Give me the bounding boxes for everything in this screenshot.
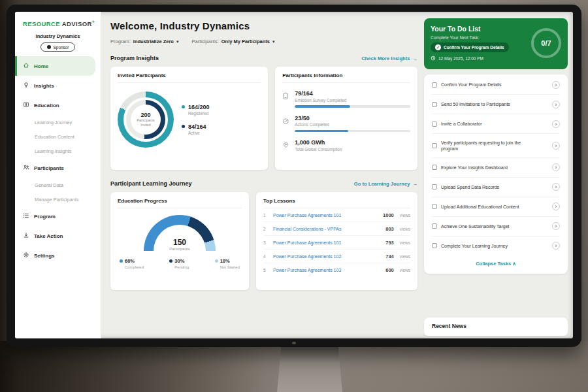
lesson-title-link[interactable]: Power Purchase Agreements 102 [273,254,381,259]
info-label: Emission Survey Completed [295,98,410,103]
chevron-right-icon[interactable]: › [552,242,560,250]
due-date-text: 12 May 2025, 12:00 PM [438,56,483,61]
sidebar-item-settings[interactable]: Settings [15,246,101,265]
chevron-right-icon[interactable]: › [552,183,560,191]
sidebar-item-label: Learning Insights [35,148,71,154]
gauge-legend: 60% Completed 30% Pending 10% Not Starte… [118,258,242,269]
program-filter[interactable]: Program: Industrialize Zero ▾ [110,39,178,44]
main-content: Welcome, Industry Dynamics Program: Indu… [110,12,417,338]
lesson-rank: 1 [263,213,269,218]
list-icon [23,212,29,220]
lesson-row[interactable]: 3 Power Purchase Agreements 101 793 view… [263,236,410,250]
section-title: Participant Learning Journey [110,180,192,187]
chevron-right-icon[interactable]: › [552,203,560,210]
lesson-row[interactable]: 1 Power Purchase Agreements 101 1000 vie… [263,208,410,222]
sidebar-item-manage-participants[interactable]: Manage Participants [15,192,101,206]
invited-participants-card: Invited Participants 200 Participants In… [110,67,268,170]
lesson-row[interactable]: 2 Financial Considerations - VPPAs 803 v… [263,222,410,236]
chevron-right-icon[interactable]: › [552,222,560,230]
sidebar-item-label: Program [34,214,56,220]
info-row-actions: 23/50 Actions Completed [282,115,410,133]
collapse-tasks-button[interactable]: Collapse Tasks ∧ [432,255,560,272]
info-value: 1,000 GWh [295,139,410,146]
task-checkbox[interactable] [432,204,437,209]
task-checkbox[interactable] [432,223,437,229]
sponsor-label: Sponsor [54,45,69,50]
lesson-title-link[interactable]: Power Purchase Agreements 101 [273,240,381,245]
sidebar-item-program[interactable]: Program [15,206,101,226]
chevron-right-icon[interactable]: › [552,142,560,150]
task-checkbox[interactable] [432,243,437,248]
sidebar-item-learning-journey[interactable]: Learning Journey [15,115,101,129]
app-logo: RESOURCE ADVISOR+ [15,12,101,27]
sidebar-item-general-data[interactable]: General Data [15,178,101,192]
arrow-right-icon: → [412,181,417,187]
task-checkbox[interactable] [432,82,437,88]
lesson-views-word: views [400,268,410,272]
lesson-row[interactable]: 5 Power Purchase Agreements 103 600 view… [263,263,410,276]
progress-bar [295,130,410,133]
gauge-center-value: 150 [144,238,216,247]
legend-value: 10% [220,258,230,264]
sidebar-item-label: General Data [35,182,63,188]
chevron-right-icon[interactable]: › [552,120,560,128]
check-more-insights-link[interactable]: Check More Insights → [361,56,417,61]
task-row[interactable]: Invite a Collaborator › [432,114,560,134]
card-title: Participants Information [282,73,410,83]
legend-value: 60% [125,258,135,264]
legend-dot-active [182,125,185,128]
next-task-chip[interactable]: ✓ Confirm Your Program Details [431,42,509,52]
monitor-bezel: RESOURCE ADVISOR+ Industry Dynamics Spon… [7,5,581,347]
lesson-views-word: views [400,254,410,259]
task-row[interactable]: Confirm Your Program Details › [432,75,560,95]
program-insights-header: Program Insights Check More Insights → [110,55,417,61]
gear-icon [23,252,29,259]
lesson-row[interactable]: 4 Power Purchase Agreements 102 734 view… [263,250,410,263]
task-checkbox[interactable] [432,184,437,189]
task-checkbox[interactable] [432,122,437,127]
task-row[interactable]: Achieve One Sustainability Target › [432,217,560,237]
task-row[interactable]: Verify participants requesting to join t… [432,134,560,158]
participants-filter-value: Only My Participants [221,39,270,44]
task-label: Explore Your Insights Dashboard [441,165,531,171]
task-row[interactable]: Upload Spend Data Records › [432,178,560,197]
task-checkbox[interactable] [432,102,437,107]
task-checkbox[interactable] [432,165,437,170]
sidebar-item-participants[interactable]: Participants [15,158,101,178]
lesson-rank: 2 [263,227,269,231]
sidebar-item-insights[interactable]: Insights [15,76,101,95]
legend-dot-not-started [215,259,218,263]
todo-title: Your To Do List [431,25,527,33]
lesson-title-link[interactable]: Power Purchase Agreements 101 [273,213,378,218]
lesson-title-link[interactable]: Financial Considerations - VPPAs [273,227,381,231]
sidebar-item-home[interactable]: Home [15,56,95,76]
sidebar-item-take-action[interactable]: Take Action [15,226,101,246]
legend-dot-completed [120,259,123,263]
task-row[interactable]: Complete Your Learning Journey › [432,237,560,255]
task-label: Verify participants requesting to join t… [441,140,531,152]
education-progress-card: Education Progress 150 Participants [110,192,249,290]
info-label: Total Global Consumption [295,147,410,152]
legend-label: Not Started [220,265,240,269]
chevron-right-icon[interactable]: › [552,163,560,171]
link-label: Go to Learning Journey [354,181,410,187]
go-to-learning-journey-link[interactable]: Go to Learning Journey → [354,181,417,187]
task-row[interactable]: Send 50 Invitations to Participants › [432,95,560,114]
sidebar-item-education[interactable]: Education [15,95,101,115]
lesson-title-link[interactable]: Power Purchase Agreements 103 [273,268,381,272]
sidebar-item-education-content[interactable]: Education Content [15,129,101,144]
participants-information-card: Participants Information 79/164 Emission… [275,67,417,170]
screen: RESOURCE ADVISOR+ Industry Dynamics Spon… [15,12,573,338]
info-value: 23/50 [295,115,410,122]
task-checkbox[interactable] [432,143,437,148]
legend-item-pending: 30% Pending [169,258,189,269]
info-value: 79/164 [295,90,410,97]
sidebar-item-learning-insights[interactable]: Learning Insights [15,144,101,158]
participants-filter[interactable]: Participants: Only My Participants ▾ [191,39,274,44]
task-row[interactable]: Explore Your Insights Dashboard › [432,158,560,178]
task-row[interactable]: Upload Additional Educational Content › [432,197,560,217]
chevron-right-icon[interactable]: › [552,101,560,108]
chevron-right-icon[interactable]: › [552,81,560,89]
right-panel: Your To Do List Complete Your Next Task:… [424,12,568,338]
legend-item-not-started: 10% Not Started [215,258,240,269]
